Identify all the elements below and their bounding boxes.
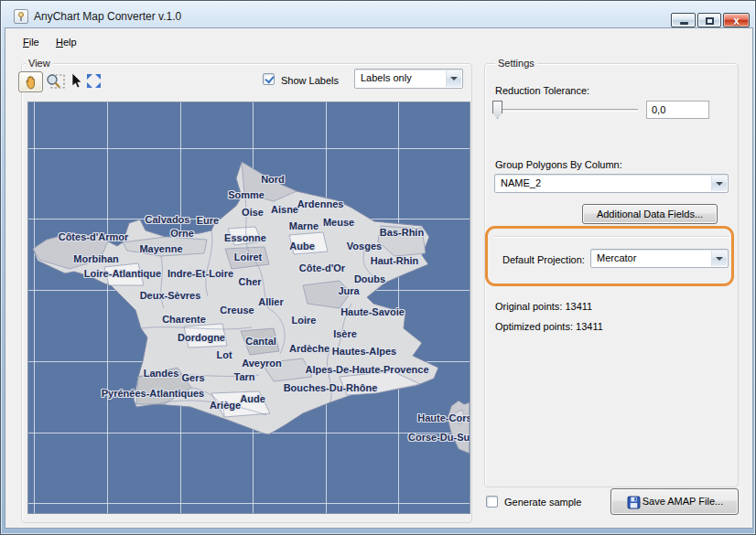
map-label: Mayenne	[139, 243, 182, 254]
map-label: Alpes-De-Haute-Provence	[305, 364, 428, 375]
map-label: Indre-Et-Loire	[167, 268, 233, 279]
map-label: Oise	[242, 207, 264, 218]
map-label: Côte-d'Or	[299, 262, 345, 273]
map-label: Ardennes	[297, 198, 344, 209]
map-label: Tarn	[233, 371, 254, 382]
map-label: Pyrénées-Atlantiques	[102, 388, 204, 399]
zoom-tool-button[interactable]	[45, 72, 66, 91]
map-label: Meuse	[323, 217, 354, 228]
map-label: Loire-Atlantique	[84, 268, 161, 279]
close-button[interactable]: x	[723, 13, 750, 27]
map-label: Aveyron	[242, 358, 282, 369]
map-label: Marne	[289, 220, 319, 231]
minimize-button[interactable]	[671, 13, 696, 27]
app-window: AnyChart Map Converter v.1.0 x File Help…	[0, 0, 756, 535]
map-label: Doubs	[354, 273, 385, 284]
cursor-arrow-icon	[70, 72, 84, 91]
projection-value: Mercator	[597, 252, 636, 263]
map-label: Isère	[333, 328, 357, 339]
save-floppy-icon	[627, 496, 641, 509]
map-label: Cantal	[245, 336, 276, 347]
map-label: Deux-Sèvres	[140, 290, 201, 301]
map-label: Aisne	[271, 204, 298, 215]
reduction-tolerance-field[interactable]: 0,0	[646, 101, 709, 119]
map-label: Côtes-d'Armor	[59, 231, 129, 242]
map-label: Lot	[216, 349, 232, 360]
group-by-select[interactable]: NAME_2	[494, 174, 729, 193]
map-label: Calvados	[146, 214, 190, 225]
map-label: Ardèche	[289, 343, 329, 354]
map-label: Haut-Rhin	[371, 255, 419, 266]
map-label: Ariège	[210, 400, 241, 411]
labels-mode-value: Labels only	[361, 72, 412, 83]
group-by-label: Group Polygons By Column:	[495, 159, 622, 170]
map-label: Jura	[338, 285, 359, 296]
map-label: Charente	[162, 314, 206, 325]
group-by-value: NAME_2	[501, 177, 541, 188]
hand-icon	[24, 75, 38, 90]
generate-sample-label: Generate sample	[504, 497, 581, 508]
original-points-text: Original points: 13411	[495, 301, 592, 312]
reduction-tolerance-slider[interactable]	[493, 109, 638, 112]
map-label: Aube	[289, 241, 315, 251]
zoom-marquee-icon	[45, 72, 66, 91]
map-label: Creuse	[220, 305, 254, 316]
select-tool-button[interactable]	[70, 72, 84, 91]
labels-mode-select[interactable]: Labels only	[354, 69, 463, 89]
map-label: Somme	[228, 189, 265, 200]
save-amap-button[interactable]: Save AMAP File...	[610, 488, 739, 515]
settings-groupbox	[484, 63, 739, 487]
close-icon: x	[724, 15, 749, 27]
chevron-down-icon	[446, 70, 461, 87]
client-area: File Help View	[5, 28, 752, 528]
map-label: Loire	[292, 315, 317, 326]
map-label: Corse-Du-Sud	[408, 432, 470, 443]
map-canvas[interactable]: NordSommeOiseAisneArdennesMarneMeuseCalv…	[28, 102, 470, 513]
pan-tool-button[interactable]	[18, 71, 43, 92]
additional-data-fields-button[interactable]: Additional Data Fields...	[582, 204, 718, 224]
menu-file[interactable]: File	[18, 35, 44, 49]
map-label: Nord	[261, 174, 285, 185]
map-label: Allier	[258, 296, 284, 307]
map-label: Hautes-Alpes	[332, 346, 396, 357]
map-label: Bouches-Du-Rhône	[284, 382, 378, 393]
map-label: Morbihan	[73, 253, 119, 264]
projection-select[interactable]: Mercator	[590, 249, 729, 268]
title-bar[interactable]: AnyChart Map Converter v.1.0 x	[2, 2, 754, 29]
map-label: Loiret	[234, 251, 263, 262]
fit-to-screen-icon	[86, 73, 102, 89]
map-label: Essonne	[224, 232, 266, 243]
show-labels-label: Show Labels	[281, 75, 339, 86]
map-label: Haute-Savoie	[340, 306, 405, 317]
map-label: Landes	[144, 368, 179, 379]
view-group-label: View	[26, 58, 53, 69]
menu-help[interactable]: Help	[51, 35, 81, 49]
map-label: Gers	[181, 372, 204, 383]
maximize-icon	[706, 17, 714, 25]
show-labels-checkbox[interactable]	[263, 73, 275, 85]
settings-group-label: Settings	[495, 58, 537, 69]
minimize-icon	[680, 22, 688, 25]
app-icon	[14, 9, 28, 24]
reduction-tolerance-label: Reduction Tolerance:	[495, 85, 589, 96]
map-label: Orne	[170, 228, 194, 239]
map-label: Cher	[238, 276, 261, 287]
map-label: Aude	[240, 393, 265, 404]
fit-tool-button[interactable]	[86, 73, 102, 89]
chevron-down-icon	[711, 251, 727, 266]
optimized-points-text: Optimized points: 13411	[495, 321, 603, 332]
generate-sample-checkbox[interactable]	[486, 496, 498, 508]
map-label: Dordogne	[178, 332, 225, 343]
map-label: Haute-Corse	[417, 412, 470, 423]
chevron-down-icon	[711, 176, 727, 191]
separator	[493, 236, 729, 237]
window-title: AnyChart Map Converter v.1.0	[34, 10, 181, 23]
map-label: Eure	[197, 215, 219, 226]
map-label: Bas-Rhin	[380, 227, 424, 238]
maximize-button[interactable]	[697, 13, 721, 27]
map-label: Vosges	[347, 241, 382, 251]
projection-label: Default Projection:	[502, 254, 585, 265]
